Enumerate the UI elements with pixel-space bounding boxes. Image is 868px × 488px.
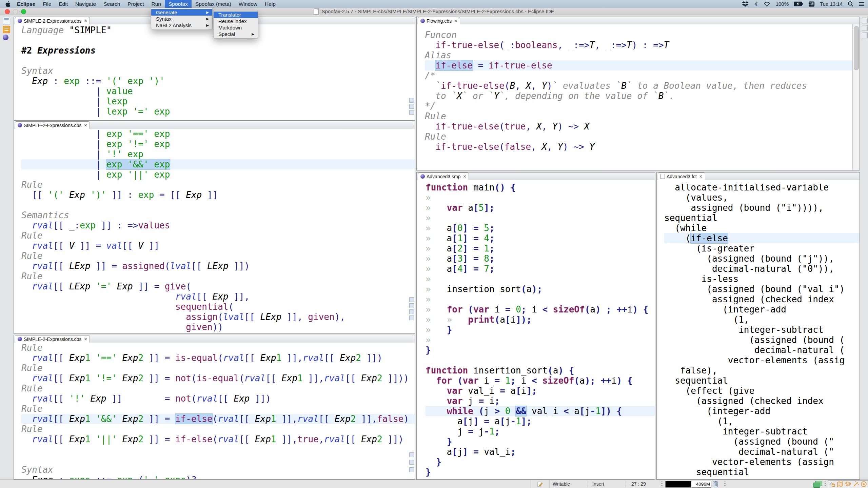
annotation-marker[interactable] bbox=[409, 104, 414, 109]
code-line[interactable]: assigned (bound ("i")))), bbox=[664, 203, 860, 213]
code-line[interactable]: (assigned (bound (" bbox=[664, 436, 860, 447]
code-line[interactable]: rval[[ '!' Exp ]] = not(rval[[ Exp ]]) bbox=[21, 393, 415, 404]
code-line[interactable]: (assigned (bound ( bbox=[664, 335, 860, 345]
code-line[interactable]: Syntax bbox=[21, 465, 415, 475]
code-line[interactable]: sequential bbox=[664, 213, 860, 223]
whats-new-star-icon[interactable] bbox=[861, 481, 867, 488]
dropbox-icon[interactable] bbox=[742, 1, 749, 7]
code-line[interactable]: » var a[5]; bbox=[426, 203, 655, 213]
minimize-window-button[interactable] bbox=[13, 9, 18, 14]
code-line[interactable]: to `X` or `Y`, depending on the value of… bbox=[425, 91, 860, 101]
code-line[interactable]: (assigned (bound ("val_i") bbox=[664, 284, 860, 294]
close-icon[interactable]: ✕ bbox=[454, 19, 457, 23]
apple-menu-icon[interactable] bbox=[5, 1, 11, 7]
code-line[interactable]: | exp '&&' exp bbox=[21, 159, 415, 169]
code-line[interactable]: assign(lval[[ LExp ]], given), bbox=[21, 312, 415, 322]
code-line[interactable]: rval[[ V ]] = val[[ V ]] bbox=[21, 241, 415, 251]
code-line[interactable]: var j = i; bbox=[426, 396, 655, 406]
minimized-view-icon[interactable] bbox=[862, 18, 868, 23]
close-window-button[interactable] bbox=[5, 9, 10, 14]
annotation-marker[interactable] bbox=[409, 467, 414, 472]
code-line[interactable]: } bbox=[426, 436, 655, 447]
code-line[interactable]: } bbox=[426, 457, 655, 467]
code-line[interactable]: */ bbox=[425, 101, 860, 111]
code-line[interactable]: decimal-natural (" bbox=[664, 447, 860, 457]
code-line[interactable]: | value bbox=[21, 86, 415, 96]
code-line[interactable]: false), bbox=[664, 365, 860, 375]
code-line[interactable]: Rule bbox=[21, 343, 415, 353]
code-line[interactable]: Rule bbox=[21, 404, 415, 414]
code-line[interactable]: (is-greater bbox=[664, 243, 860, 253]
code-line[interactable]: » » print(a[i]); bbox=[426, 314, 655, 325]
code-line[interactable]: » insertion_sort(a); bbox=[426, 284, 655, 294]
code-line[interactable]: | '!' exp bbox=[21, 149, 415, 159]
code-line[interactable]: | lexp '=' exp bbox=[21, 106, 415, 117]
tab-advanced3-smp[interactable]: Advanced3.smp✕ bbox=[418, 172, 469, 180]
task-list-icon[interactable] bbox=[3, 26, 10, 33]
perspective-cards-icon[interactable] bbox=[813, 481, 822, 487]
menu-item-translator[interactable]: Translator bbox=[214, 12, 258, 18]
code-line[interactable]: | exp '||' exp bbox=[21, 169, 415, 180]
code-line[interactable]: } bbox=[426, 345, 655, 355]
code-line[interactable]: a[j] = a[j-1]; bbox=[426, 416, 655, 426]
code-line[interactable]: » a[1] = 4; bbox=[426, 233, 655, 243]
code-line[interactable]: Rule bbox=[21, 383, 415, 393]
code-area-advanced3-smp[interactable]: function main() {»» var a[5];»» a[0] = 5… bbox=[417, 180, 655, 479]
code-line[interactable]: Rule bbox=[21, 180, 415, 190]
code-line[interactable]: function main() { bbox=[426, 182, 655, 192]
annotation-marker[interactable] bbox=[409, 309, 414, 314]
scrollbar-thumb[interactable] bbox=[854, 26, 859, 70]
code-line[interactable]: Syntax bbox=[21, 66, 415, 76]
annotation-marker[interactable] bbox=[409, 452, 414, 457]
menu-spoofax-meta-[interactable]: Spoofax (meta) bbox=[192, 0, 235, 8]
code-line[interactable]: Rule bbox=[21, 230, 415, 241]
annotation-marker[interactable] bbox=[409, 110, 414, 115]
garbage-collect-button[interactable] bbox=[713, 481, 719, 488]
code-line[interactable]: | lexp bbox=[21, 96, 415, 106]
annotation-marker[interactable] bbox=[409, 460, 414, 465]
menu-item-generate[interactable]: Generate▶ bbox=[151, 9, 212, 16]
code-line[interactable]: rval[[ Exp ]], bbox=[21, 291, 415, 302]
code-area-simple-3[interactable]: Rule rval[[ Exp1 '==' Exp2 ]] = is-equal… bbox=[14, 343, 415, 479]
code-line[interactable]: | exp '==' exp bbox=[21, 129, 415, 139]
code-line[interactable]: (integer-add bbox=[664, 304, 860, 314]
samples-wand-icon[interactable] bbox=[853, 481, 859, 488]
code-line[interactable]: Rule bbox=[21, 424, 415, 434]
code-line[interactable]: for (var i = 1; i < sizeOf(a); ++i) { bbox=[426, 375, 655, 386]
minimized-view-icon[interactable] bbox=[862, 25, 868, 31]
code-line[interactable]: (assigned (bound ("j")), bbox=[664, 253, 860, 264]
code-line[interactable]: while (j > 0 && val_i < a[j-1]) { bbox=[426, 406, 655, 416]
code-line[interactable]: if-true-else(_:booleans, _:=>T, _:=>T) :… bbox=[425, 40, 860, 50]
menu-window[interactable]: Window bbox=[235, 0, 261, 8]
tab-flowing-cbs[interactable]: Flowing.cbs✕ bbox=[418, 17, 460, 24]
code-line[interactable]: function insertion_sort(a) { bbox=[426, 365, 655, 375]
menu-run[interactable]: Run bbox=[148, 0, 165, 8]
menu-project[interactable]: Project bbox=[124, 0, 147, 8]
code-line[interactable]: j = j-1; bbox=[426, 426, 655, 436]
code-line[interactable]: (values, bbox=[664, 192, 860, 203]
tab-simple-2-expressions-3[interactable]: SIMPLE-2-Expressions.cbs✕ bbox=[15, 335, 90, 343]
menu-eclipse[interactable]: Eclipse bbox=[13, 0, 39, 8]
code-line[interactable]: if-true-else(false, X, Y) ~> Y bbox=[425, 142, 860, 152]
code-line[interactable]: (integer-add bbox=[664, 406, 860, 416]
window-titlebar[interactable]: Spoofax-2.5.7 - SIMPLE-cbs/SIMPLE/SIMPLE… bbox=[0, 8, 868, 15]
code-line[interactable]: » bbox=[426, 213, 655, 223]
code-line[interactable]: Rule bbox=[425, 111, 860, 121]
code-line[interactable]: } bbox=[426, 467, 655, 477]
code-line[interactable]: Funcon bbox=[425, 30, 860, 40]
code-line[interactable]: » a[4] = 7; bbox=[426, 264, 655, 274]
code-line[interactable]: a[j] = val_i; bbox=[426, 447, 655, 457]
overview-map-icon[interactable] bbox=[837, 481, 843, 488]
code-line[interactable]: rval[[ Exp1 '||' Exp2 ]] = if-else(rval[… bbox=[21, 434, 415, 444]
close-icon[interactable]: ✕ bbox=[699, 174, 703, 179]
code-line[interactable]: if-else = if-true-else bbox=[425, 60, 860, 70]
menu-navigate[interactable]: Navigate bbox=[72, 0, 100, 8]
code-line[interactable]: Rule bbox=[425, 131, 860, 142]
code-line[interactable]: [[ '(' Exp ')' ]] : exp = [[ Exp ]] bbox=[21, 190, 415, 200]
code-line[interactable]: » bbox=[426, 294, 655, 304]
code-line[interactable]: » a[3] = 8; bbox=[426, 253, 655, 264]
code-line[interactable]: rval[[ LExp ]] = assigned(lval[[ LExp ]]… bbox=[21, 261, 415, 271]
code-line[interactable]: (1, bbox=[664, 416, 860, 426]
menu-item-markdown[interactable]: Markdown bbox=[214, 24, 258, 31]
close-icon[interactable]: ✕ bbox=[84, 19, 87, 23]
